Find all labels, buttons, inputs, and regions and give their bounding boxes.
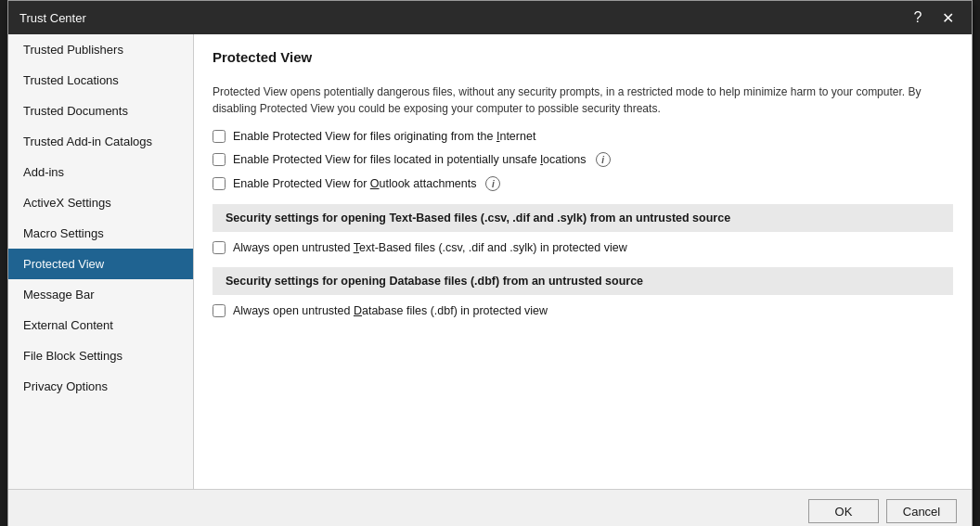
info-icon-unsafe[interactable]: i [596, 152, 611, 167]
dialog-footer: OK Cancel [8, 489, 972, 526]
sidebar-item-activex-settings[interactable]: ActiveX Settings [8, 187, 193, 218]
checkbox-row-internet: Enable Protected View for files originat… [213, 130, 953, 143]
underline-d: D [354, 304, 362, 317]
checkbox-text-based-label: Always open untrusted Text-Based files (… [233, 241, 627, 254]
ok-button[interactable]: OK [808, 499, 879, 523]
sidebar-item-privacy-options[interactable]: Privacy Options [8, 371, 193, 402]
sidebar-item-add-ins[interactable]: Add-ins [8, 157, 193, 187]
sidebar-item-trusted-locations[interactable]: Trusted Locations [8, 65, 193, 96]
content-area: Protected View Protected View opens pote… [194, 34, 972, 489]
checkbox-row-unsafe: Enable Protected View for files located … [213, 152, 953, 167]
sidebar-item-trusted-addin-catalogs[interactable]: Trusted Add-in Catalogs [8, 126, 193, 157]
checkbox-unsafe-locations[interactable] [213, 153, 226, 166]
checkbox-database-label: Always open untrusted Database files (.d… [233, 304, 548, 317]
checkbox-row-database: Always open untrusted Database files (.d… [213, 304, 953, 317]
sidebar-item-message-bar[interactable]: Message Bar [8, 279, 193, 310]
title-bar-buttons: ? ✕ [905, 6, 961, 29]
cancel-button[interactable]: Cancel [886, 499, 957, 523]
text-based-section-header: Security settings for opening Text-Based… [213, 204, 953, 232]
checkbox-row-text-based: Always open untrusted Text-Based files (… [213, 241, 953, 254]
checkbox-database[interactable] [213, 304, 226, 317]
checkbox-text-based[interactable] [213, 241, 226, 254]
description-text: Protected View opens potentially dangero… [213, 83, 953, 117]
title-bar: Trust Center ? ✕ [8, 1, 972, 34]
dialog-title: Trust Center [19, 11, 86, 25]
sidebar-item-protected-view[interactable]: Protected View [8, 249, 193, 279]
section-title: Protected View [213, 49, 953, 71]
sidebar: Trusted PublishersTrusted LocationsTrust… [8, 34, 194, 489]
underline-o: O [370, 177, 380, 190]
checkbox-outlook-label: Enable Protected View for Outlook attach… [233, 177, 476, 190]
checkbox-internet[interactable] [213, 130, 226, 143]
checkbox-row-outlook: Enable Protected View for Outlook attach… [213, 176, 953, 191]
help-button[interactable]: ? [905, 6, 931, 29]
trust-center-dialog: Trust Center ? ✕ Trusted PublishersTrust… [7, 0, 973, 526]
sidebar-item-file-block-settings[interactable]: File Block Settings [8, 340, 193, 371]
database-section-header: Security settings for opening Database f… [213, 267, 953, 295]
sidebar-item-macro-settings[interactable]: Macro Settings [8, 218, 193, 249]
sidebar-item-trusted-documents[interactable]: Trusted Documents [8, 96, 193, 126]
sidebar-item-external-content[interactable]: External Content [8, 310, 193, 340]
underline-l: l [540, 153, 543, 166]
underline-i: I [496, 130, 499, 143]
underline-t: T [354, 241, 359, 254]
checkbox-internet-label: Enable Protected View for files originat… [233, 130, 535, 143]
info-icon-outlook[interactable]: i [485, 176, 500, 191]
dialog-body: Trusted PublishersTrusted LocationsTrust… [8, 34, 972, 489]
checkbox-unsafe-label: Enable Protected View for files located … [233, 153, 587, 166]
sidebar-item-trusted-publishers[interactable]: Trusted Publishers [8, 34, 193, 65]
close-button[interactable]: ✕ [935, 6, 961, 29]
checkbox-outlook[interactable] [213, 177, 226, 190]
